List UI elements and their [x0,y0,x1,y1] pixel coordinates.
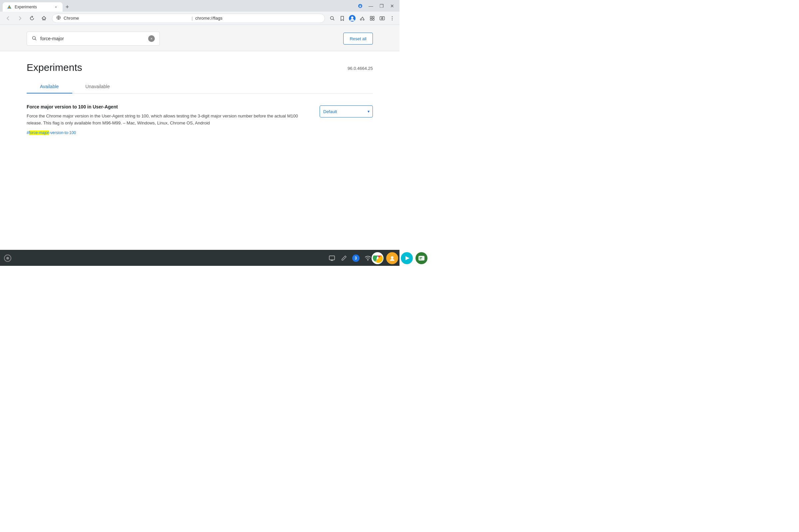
search-input[interactable] [40,36,145,41]
flag-link-highlight: force-major [29,130,49,135]
flags-content: Force major version to 100 in User-Agent… [0,94,400,250]
browser-toolbar: Chrome | chrome://flags [0,12,400,25]
address-url: chrome://flags [196,16,321,21]
svg-rect-34 [329,256,335,260]
reset-all-button[interactable]: Reset all [343,33,373,44]
address-bar[interactable]: Chrome | chrome://flags [52,14,325,23]
page-title: Experiments [26,62,82,73]
flag-select-wrapper: Default Enabled Disabled ▾ [320,106,373,117]
search-bar-container: × Reset all [0,25,400,51]
flag-info: Force major version to 100 in User-Agent… [26,104,312,135]
back-button[interactable] [3,13,13,24]
svg-rect-12 [373,16,374,18]
maximize-button[interactable]: ❐ [377,1,386,11]
flag-title: Force major version to 100 in User-Agent [26,104,312,110]
taskbar-app-2[interactable] [386,252,398,264]
title-bar: Experiments × + — ❐ ✕ [0,0,400,12]
address-separator: | [191,16,192,21]
cast-button[interactable] [377,14,387,23]
download-button[interactable] [356,1,365,11]
toolbar-actions [328,14,397,23]
taskbar-pen-icon[interactable] [339,253,349,263]
menu-button[interactable] [388,14,397,23]
svg-rect-11 [370,16,372,18]
flag-select[interactable]: Default Enabled Disabled [320,106,373,117]
close-button[interactable]: ✕ [388,1,397,11]
tabs-container: Available Unavailable [26,80,373,94]
home-button[interactable] [39,13,49,24]
tab-close-button[interactable]: × [53,4,59,10]
forward-button[interactable] [15,13,25,24]
profile-button[interactable] [348,14,357,23]
new-tab-button[interactable]: + [62,2,72,12]
site-icon [56,15,61,21]
svg-point-19 [392,18,392,18]
svg-rect-13 [370,19,372,20]
flag-control: Default Enabled Disabled ▾ [320,106,373,117]
search-icon [32,36,37,42]
flag-link[interactable]: #force-major-version-to-100 [26,130,76,135]
active-tab[interactable]: Experiments × [3,2,62,12]
taskbar: 3 3:18 [0,250,400,266]
cut-button[interactable] [357,14,367,23]
taskbar-screen-icon[interactable] [327,253,337,263]
experiments-header: Experiments 96.0.4664.25 [0,51,400,73]
taskbar-wifi-icon[interactable] [363,253,373,263]
extensions-button[interactable] [368,14,377,23]
svg-point-27 [391,256,393,259]
search-clear-button[interactable]: × [148,35,155,42]
svg-point-20 [392,19,392,20]
tab-unavailable[interactable]: Unavailable [72,80,123,93]
svg-point-35 [367,260,368,261]
tab-favicon [7,4,12,10]
reload-button[interactable] [26,13,37,24]
address-site: Chrome [63,16,189,21]
flag-item: Force major version to 100 in User-Agent… [26,104,373,142]
svg-point-18 [392,16,392,17]
version-text: 96.0.4664.25 [348,66,373,71]
minimize-button[interactable]: — [366,1,375,11]
window-controls: — ❐ ✕ [356,1,397,11]
svg-rect-14 [373,19,374,20]
bookmark-button[interactable] [338,14,347,23]
taskbar-chrome[interactable] [372,252,384,264]
svg-point-8 [351,16,354,19]
flag-description: Force the Chrome major version in the Us… [26,113,312,127]
tab-label: Experiments [15,5,51,9]
svg-point-17 [382,18,383,19]
svg-point-22 [6,257,9,260]
taskbar-left [4,254,11,262]
tab-available[interactable]: Available [26,80,72,93]
search-button[interactable] [328,14,337,23]
taskbar-menu-button[interactable] [4,254,11,262]
taskbar-badge[interactable]: 3 [351,253,360,263]
search-bar[interactable]: × [26,32,160,45]
page-content: × Reset all Experiments 96.0.4664.25 Ava… [0,25,400,250]
taskbar-center [372,252,400,264]
tab-area: Experiments × + [3,0,354,12]
